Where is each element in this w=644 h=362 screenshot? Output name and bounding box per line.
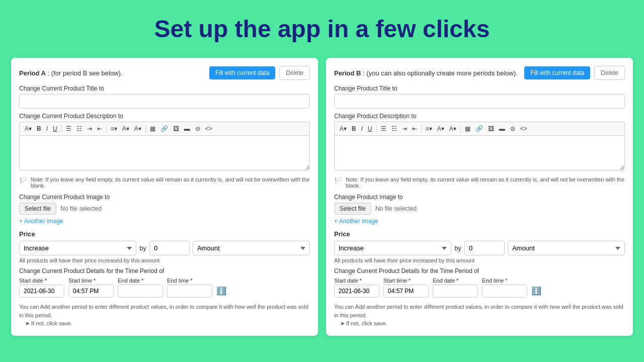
- product-desc-textarea-b[interactable]: [334, 135, 625, 170]
- toolbar-link-b[interactable]: 🔗: [473, 124, 485, 133]
- end-date-input-b[interactable]: [433, 285, 478, 298]
- toolbar-italic-a[interactable]: I: [44, 124, 50, 133]
- toolbar-ol-b[interactable]: ☷: [389, 124, 399, 133]
- toolbar-media-a[interactable]: ▬: [182, 124, 192, 133]
- help-icon-a[interactable]: ℹ️: [216, 286, 226, 296]
- toolbar-italic-b[interactable]: I: [359, 124, 365, 133]
- price-section-b: Price Increase by Amount All products wi…: [334, 230, 625, 263]
- fill-current-data-button-b[interactable]: Fill with current data: [524, 66, 590, 79]
- end-date-input-a[interactable]: [118, 285, 163, 298]
- flag-icon-a: 🏳️: [19, 176, 28, 185]
- no-file-text-b: No file selected: [375, 205, 417, 212]
- toolbar-underline-b[interactable]: U: [366, 124, 374, 133]
- page-header: Set up the app in a few clicks: [0, 0, 644, 53]
- add-another-image-link-a[interactable]: + Another image: [19, 218, 63, 225]
- start-time-input-a[interactable]: [68, 285, 114, 298]
- select-file-button-a[interactable]: Select file: [19, 203, 56, 215]
- toolbar-outdent-a[interactable]: ⇤: [95, 124, 104, 133]
- sep3-b: [460, 125, 461, 133]
- file-input-row-a: Select file No file selected: [19, 203, 310, 215]
- start-time-input-b[interactable]: [383, 285, 429, 298]
- panels-container: Period A : (for period B see below). Fil…: [0, 53, 644, 346]
- toolbar-image-a[interactable]: 🖼: [171, 124, 181, 133]
- toolbar-table-b[interactable]: ▦: [463, 124, 472, 133]
- toolbar-font-a[interactable]: A▾: [23, 124, 34, 133]
- toolbar-color-b[interactable]: A▾: [435, 124, 446, 133]
- toolbar-bold-a[interactable]: B: [35, 124, 43, 133]
- footer-note-b: You can Add another period to enter diff…: [334, 303, 625, 328]
- panel-b-actions: Fill with current data Delete: [524, 66, 625, 80]
- toolbar-align-a[interactable]: ≡▾: [109, 124, 119, 133]
- product-title-input-a[interactable]: [19, 94, 310, 109]
- toolbar-special-b[interactable]: ⊘: [508, 124, 517, 133]
- toolbar-outdent-b[interactable]: ⇤: [410, 124, 419, 133]
- sep1-b: [376, 125, 377, 133]
- product-title-input-b[interactable]: [334, 94, 625, 109]
- panel-b-title: Period B : (you can also optionally crea…: [334, 68, 518, 77]
- start-date-input-a[interactable]: [19, 285, 64, 298]
- product-desc-textarea-a[interactable]: [19, 135, 310, 170]
- price-value-input-b[interactable]: [464, 241, 505, 255]
- price-amount-select-b[interactable]: Amount: [508, 241, 625, 255]
- toolbar-color-a[interactable]: A▾: [120, 124, 131, 133]
- end-time-input-b[interactable]: [482, 285, 527, 298]
- toolbar-link-a[interactable]: 🔗: [158, 124, 170, 133]
- price-note-a: All products will have their price incre…: [19, 257, 310, 263]
- change-desc-label-b: Change Product Description to: [334, 113, 625, 120]
- period-a-subtitle: : (for period B see below).: [48, 69, 123, 77]
- toolbar-font-b[interactable]: A▾: [338, 124, 349, 133]
- start-date-input-b[interactable]: [334, 285, 379, 298]
- change-title-label-a: Change Current Product Title to: [19, 85, 310, 92]
- toolbar-image-b[interactable]: 🖼: [486, 124, 496, 133]
- editor-toolbar-a: A▾ B I U ☰ ☷ ⇥ ⇤ ≡▾ A▾ A▾ ▦ 🔗 🖼 ▬ ⊘ <>: [19, 122, 310, 135]
- price-type-select-b[interactable]: Increase: [334, 241, 451, 255]
- start-time-label-b: Start time *: [383, 278, 429, 284]
- toolbar-ul-a[interactable]: ☰: [64, 124, 73, 133]
- select-file-button-b[interactable]: Select file: [334, 203, 371, 215]
- toolbar-align-b[interactable]: ≡▾: [424, 124, 434, 133]
- start-date-field-a: Start date *: [19, 278, 64, 298]
- toolbar-table-a[interactable]: ▦: [148, 124, 157, 133]
- delete-button-a[interactable]: Delete: [279, 66, 310, 80]
- panel-a-title: Period A : (for period B see below).: [19, 68, 122, 77]
- fill-current-data-button-a[interactable]: Fill with current data: [209, 66, 275, 79]
- toolbar-code-a[interactable]: <>: [203, 124, 214, 133]
- sep3-a: [145, 125, 146, 133]
- period-section-b: Change Current Product Details for the T…: [334, 267, 625, 298]
- delete-button-b[interactable]: Delete: [594, 66, 625, 80]
- footer-note-text-b: You can Add another period to enter diff…: [334, 303, 625, 319]
- help-icon-b[interactable]: ℹ️: [531, 286, 541, 296]
- toolbar-bg-b[interactable]: A▾: [447, 124, 458, 133]
- note-text-a: Note: If you leave any field empty, its …: [31, 176, 310, 189]
- add-another-image-link-b[interactable]: + Another image: [334, 218, 378, 225]
- price-amount-select-a[interactable]: Amount: [193, 241, 310, 255]
- price-label-b: Price: [334, 230, 625, 238]
- price-by-b: by: [454, 244, 461, 252]
- note-box-a: 🏳️ Note: If you leave any field empty, i…: [19, 176, 310, 189]
- price-row-a: Increase by Amount: [19, 241, 310, 255]
- toolbar-ul-b[interactable]: ☰: [379, 124, 388, 133]
- toolbar-ol-a[interactable]: ☷: [74, 124, 84, 133]
- footer-note2-b: ➤ If not, click save.: [340, 319, 625, 328]
- end-time-field-b: End time *: [482, 278, 527, 298]
- start-date-label-a: Start date *: [19, 278, 64, 284]
- end-date-label-b: End date *: [433, 278, 478, 284]
- toolbar-special-a[interactable]: ⊘: [193, 124, 202, 133]
- toolbar-code-b[interactable]: <>: [518, 124, 529, 133]
- price-value-input-a[interactable]: [149, 241, 190, 255]
- toolbar-media-b[interactable]: ▬: [497, 124, 507, 133]
- end-date-field-a: End date *: [118, 278, 163, 298]
- toolbar-bg-a[interactable]: A▾: [132, 124, 143, 133]
- toolbar-indent-a[interactable]: ⇥: [85, 124, 94, 133]
- toolbar-indent-b[interactable]: ⇥: [400, 124, 409, 133]
- end-time-input-a[interactable]: [167, 285, 212, 298]
- toolbar-bold-b[interactable]: B: [350, 124, 358, 133]
- end-time-label-a: End time *: [167, 278, 212, 284]
- end-date-field-b: End date *: [433, 278, 478, 298]
- price-type-select-a[interactable]: Increase: [19, 241, 136, 255]
- price-label-a: Price: [19, 230, 310, 238]
- file-input-row-b: Select file No file selected: [334, 203, 625, 215]
- footer-note2-a: ➤ If not, click save.: [25, 319, 310, 328]
- price-section-a: Price Increase by Amount All products wi…: [19, 230, 310, 263]
- toolbar-underline-a[interactable]: U: [51, 124, 59, 133]
